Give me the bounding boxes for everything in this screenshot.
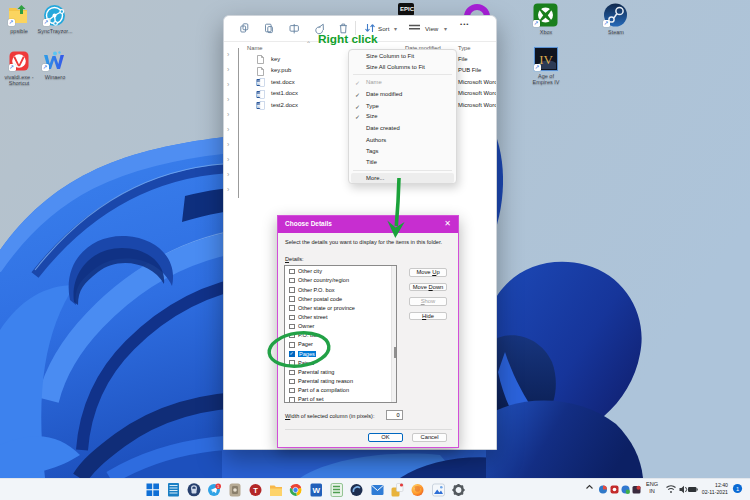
svg-text:ENG: ENG	[646, 481, 658, 487]
svg-text:w: w	[256, 91, 261, 97]
svg-text:T: T	[253, 486, 258, 495]
svg-text:12:40: 12:40	[715, 482, 728, 488]
svg-text:IN: IN	[649, 488, 655, 494]
svg-text:02-11-2021: 02-11-2021	[702, 489, 728, 495]
svg-text:1: 1	[736, 486, 739, 492]
svg-text:w: w	[256, 103, 261, 109]
svg-text:W: W	[312, 486, 320, 495]
svg-text:IV: IV	[539, 52, 553, 67]
svg-text:w: w	[256, 80, 261, 86]
